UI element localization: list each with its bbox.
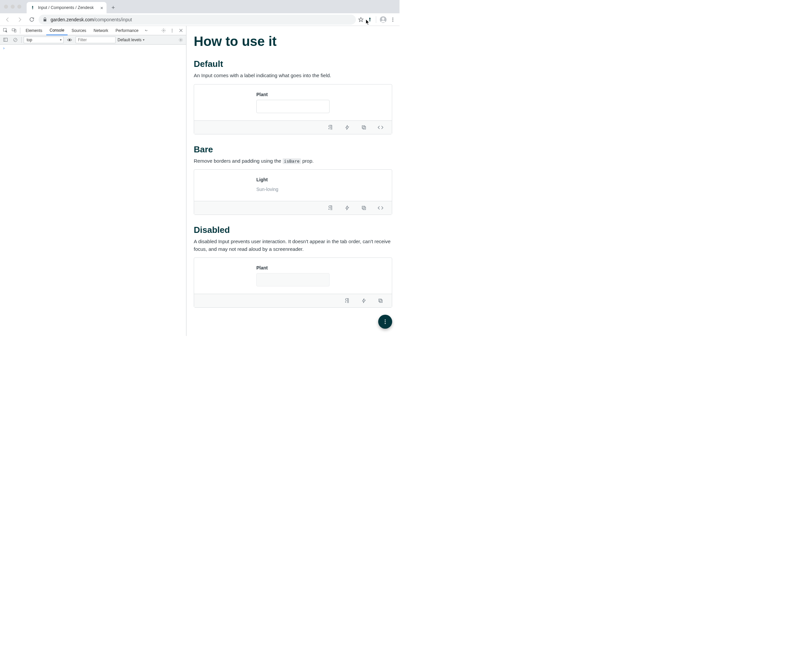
new-tab-button[interactable]: + — [109, 3, 118, 12]
minimize-window-dot[interactable] — [11, 5, 14, 9]
code-isbare: isBare — [282, 158, 301, 164]
svg-rect-19 — [363, 126, 366, 129]
devtools-panel: Elements Console Sources Network Perform… — [0, 26, 186, 336]
svg-point-27 — [385, 323, 386, 324]
chrome-menu-icon[interactable] — [390, 17, 396, 22]
section-heading-default: Default — [194, 59, 392, 69]
code-icon[interactable] — [377, 124, 384, 131]
input-default[interactable] — [256, 100, 330, 113]
console-prompt-chevron: › — [3, 46, 5, 51]
console-sidebar-toggle-icon[interactable] — [1, 36, 9, 44]
console-context-select[interactable]: top — [24, 37, 64, 43]
svg-point-17 — [69, 39, 70, 41]
input-bare[interactable] — [256, 185, 330, 194]
page-title: How to use it — [194, 34, 392, 49]
svg-rect-6 — [12, 29, 15, 31]
console-filter-input[interactable] — [75, 37, 116, 43]
code-icon[interactable] — [377, 205, 384, 211]
console-toolbar: top Default levels ▾ — [0, 35, 186, 45]
window-controls — [4, 5, 21, 9]
svg-rect-21 — [363, 207, 366, 210]
maximize-window-dot[interactable] — [17, 5, 21, 9]
section-desc-default: An Input comes with a label indicating w… — [194, 72, 392, 80]
lock-icon — [43, 17, 47, 22]
url-host: garden.zendesk.com — [51, 17, 94, 22]
input-disabled — [256, 273, 330, 286]
url-path: /components/input — [94, 17, 132, 22]
page-fab-button[interactable] — [378, 315, 392, 329]
svg-rect-13 — [3, 38, 7, 42]
clear-console-icon[interactable] — [11, 36, 19, 44]
devtools-tab-bar: Elements Console Sources Network Perform… — [0, 26, 186, 35]
bookmark-star-icon[interactable] — [358, 17, 364, 22]
copy-icon[interactable] — [361, 205, 367, 211]
svg-text:»: » — [145, 29, 146, 32]
more-tabs-icon[interactable]: » — [143, 27, 151, 35]
svg-point-4 — [393, 21, 393, 22]
devtools-settings-icon[interactable] — [159, 27, 167, 35]
close-window-dot[interactable] — [4, 5, 8, 9]
copy-icon[interactable] — [377, 298, 384, 304]
example-actions — [194, 294, 392, 307]
section-heading-bare: Bare — [194, 144, 392, 155]
example-disabled: Plant — [194, 258, 392, 308]
example-default: Plant — [194, 84, 392, 134]
device-toolbar-icon[interactable] — [10, 27, 18, 35]
devtools-tab-performance[interactable]: Performance — [112, 26, 142, 35]
svg-rect-23 — [380, 300, 382, 302]
rtl-toggle-icon[interactable] — [327, 205, 334, 211]
example-actions — [194, 201, 392, 214]
devtools-close-icon[interactable] — [177, 27, 185, 35]
reload-button[interactable] — [27, 14, 37, 25]
devtools-tab-console[interactable]: Console — [46, 26, 67, 35]
devtools-menu-icon[interactable] — [168, 27, 176, 35]
input-label-disabled: Plant — [256, 265, 330, 270]
devtools-tab-sources[interactable]: Sources — [68, 26, 90, 35]
example-actions — [194, 120, 392, 134]
svg-rect-22 — [362, 206, 365, 209]
input-label-bare: Light — [256, 177, 330, 182]
browser-tab-strip: Input / Components / Zendesk × + — [0, 0, 400, 13]
section-desc-bare: Remove borders and padding using the isB… — [194, 157, 392, 165]
browser-tab[interactable]: Input / Components / Zendesk × — [27, 2, 106, 13]
section-desc-disabled: A disabled Input prevents user interacti… — [194, 238, 392, 253]
inspect-element-icon[interactable] — [1, 27, 9, 35]
console-settings-icon[interactable] — [177, 36, 185, 44]
section-heading-disabled: Disabled — [194, 225, 392, 235]
page-content[interactable]: How to use it Default An Input comes wit… — [186, 26, 400, 336]
svg-point-25 — [385, 319, 386, 320]
input-label-default: Plant — [256, 92, 330, 97]
svg-rect-20 — [362, 125, 365, 128]
profile-avatar-icon[interactable] — [380, 16, 387, 23]
forward-button[interactable] — [14, 14, 25, 25]
lightning-icon[interactable] — [344, 124, 351, 131]
svg-point-3 — [393, 19, 393, 20]
lightning-icon[interactable] — [344, 205, 351, 211]
tab-title: Input / Components / Zendesk — [38, 5, 98, 10]
svg-point-11 — [172, 30, 172, 30]
copy-icon[interactable] — [361, 124, 367, 131]
extension-garden-icon[interactable] — [367, 17, 372, 22]
svg-point-10 — [172, 29, 172, 29]
devtools-tab-network[interactable]: Network — [90, 26, 112, 35]
example-bare: Light — [194, 169, 392, 215]
rtl-toggle-icon[interactable] — [327, 124, 334, 131]
console-output[interactable]: › — [0, 45, 186, 336]
svg-point-2 — [393, 18, 393, 19]
svg-line-16 — [14, 38, 17, 41]
zendesk-garden-favicon — [30, 5, 35, 10]
devtools-tab-elements[interactable]: Elements — [22, 26, 46, 35]
address-bar[interactable]: garden.zendesk.com/components/input — [39, 14, 356, 25]
browser-toolbar: garden.zendesk.com/components/input — [0, 13, 400, 26]
live-expression-icon[interactable] — [66, 36, 74, 44]
lightning-icon[interactable] — [361, 298, 367, 304]
back-button[interactable] — [3, 14, 13, 25]
toolbar-divider — [376, 16, 376, 23]
svg-point-12 — [172, 32, 172, 32]
log-levels-select[interactable]: Default levels ▾ — [117, 38, 144, 42]
svg-point-1 — [382, 17, 384, 20]
svg-point-18 — [180, 39, 181, 41]
rtl-toggle-icon[interactable] — [344, 298, 351, 304]
close-tab-icon[interactable]: × — [100, 5, 103, 11]
svg-point-9 — [163, 30, 164, 31]
